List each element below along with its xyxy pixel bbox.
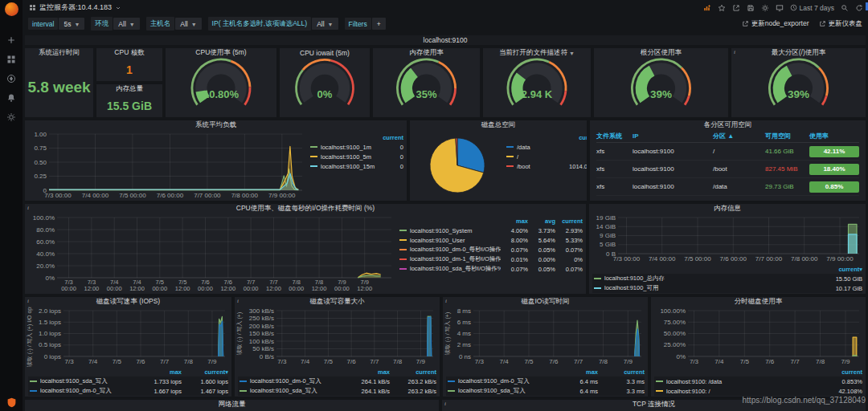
legend-item[interactable]: /boot1014.0 MiB — [505, 161, 587, 171]
panel-disk-iotime: i磁盘IO读写时间0 ns2 ms4 ms6 ms8 ms7/37/47/57/… — [443, 297, 648, 397]
search-zoom-icon[interactable] — [841, 4, 849, 12]
legend-item[interactable]: localhost:9100_sda_写入264.1 kB/s263.2 kB/… — [238, 386, 436, 396]
create-plus-icon[interactable] — [6, 35, 17, 46]
panel-title[interactable]: TCP 连接情况 — [633, 400, 675, 409]
legend-item[interactable]: localhost:9100_sda_每秒I/O操作%0.07%0.05%0.0… — [398, 264, 583, 274]
variable-value[interactable]: 5s▼ — [59, 18, 84, 30]
table-header-cell[interactable]: 使用率 — [809, 132, 859, 140]
gauge: 2.94 K — [483, 58, 591, 117]
panel-title[interactable]: 磁盘总空间 — [481, 120, 516, 130]
save-icon[interactable] — [747, 4, 755, 12]
explore-compass-icon[interactable] — [6, 73, 17, 84]
variable-interval[interactable]: interval 5s▼ — [28, 18, 84, 30]
variable-value[interactable]: All▼ — [175, 18, 201, 30]
legend-value: 0% — [555, 256, 583, 263]
table-header-cell[interactable]: 分区 ▲ — [713, 132, 765, 140]
chevron-down-icon[interactable] — [115, 5, 121, 11]
legend-item[interactable]: localhost:9100_dm-0_每秒I/O操作%0.07%0.05%0.… — [398, 245, 583, 254]
table-header-cell[interactable]: 文件系统 — [596, 132, 633, 140]
legend-item[interactable]: localhost:9100_可用10.17 GiB — [592, 283, 862, 293]
panel-title[interactable]: CPU使用率 (5m) — [195, 48, 246, 58]
legend-item[interactable]: localhost:9100_1m0 — [309, 142, 403, 152]
star-icon[interactable] — [718, 4, 726, 12]
settings-gear-icon[interactable] — [761, 4, 769, 12]
panel-title[interactable]: CPU使用率、磁盘每秒的I/O操作耗费时间 (%) — [236, 204, 375, 214]
svg-text:0.5 iops: 0.5 iops — [39, 341, 61, 348]
link-update-dashboard[interactable]: 更新仪表盘 — [819, 19, 863, 29]
panel-partitions-table: 各分区可用空间文件系统IP分区 ▲可用空间使用率xfslocalhost:910… — [590, 120, 866, 201]
legend-item[interactable]: localhost:9100: /data0.853% — [654, 376, 862, 386]
share-icon[interactable] — [732, 4, 740, 12]
legend-series-label: localhost:9100_15m — [321, 163, 378, 170]
panel-title[interactable]: 当前打开的文件描述符 — [499, 48, 567, 58]
panel-title[interactable]: 内存总量 — [116, 84, 143, 94]
panel-title[interactable]: 根分区使用率 — [641, 48, 682, 58]
legend-item[interactable]: localhost:9100_dm-0_写入1.667 iops1.467 io… — [28, 386, 228, 396]
variable-ip[interactable]: IP( 主机名多选时,该项请选ALL) All▼ — [208, 17, 338, 31]
alerting-bell-icon[interactable] — [6, 92, 17, 104]
help-shield-icon[interactable] — [6, 397, 17, 408]
legend-item[interactable]: localhost:9100: /42.108% — [654, 386, 862, 396]
svg-text:7/6 00:00: 7/6 00:00 — [720, 255, 747, 262]
panel-title[interactable]: CPU iowait (5m) — [300, 49, 350, 57]
panel-title[interactable]: 内存使用率 — [409, 48, 444, 58]
refresh-icon[interactable] — [855, 4, 863, 12]
add-filter-icon[interactable]: + — [372, 18, 386, 30]
time-series-graph[interactable]: 0 ns2 ms4 ms6 ms8 ms7/37/47/57/67/77/87/… — [443, 307, 648, 367]
time-series-graph[interactable]: 0 B5 GiB9 GiB14 GiB19 GiB7/3 00:007/4 00… — [589, 214, 866, 264]
panel-title[interactable]: 分时磁盘使用率 — [735, 297, 783, 307]
panel-title[interactable]: 最大分区(/)使用率 — [772, 48, 826, 58]
panel-menu-caret-icon[interactable]: ▼ — [569, 51, 575, 56]
variable-hostname[interactable]: 主机名 All▼ — [146, 17, 202, 31]
legend-item[interactable]: localhost:9100_sda_写入6.4 ms3.3 ms — [446, 386, 645, 396]
legend-item[interactable]: /72.0 — [505, 152, 587, 161]
filters-control[interactable]: Filters + — [345, 18, 386, 30]
panel-title[interactable]: 各分区可用空间 — [704, 120, 752, 130]
legend-item[interactable]: localhost:9100_dm-0_写入6.4 ms3.3 ms — [446, 376, 645, 386]
legend-item[interactable]: /data30.0 — [505, 142, 587, 152]
grafana-logo-icon[interactable] — [5, 2, 18, 16]
legend-item[interactable]: localhost:9100_User8.00%5.64%5.33% — [398, 235, 583, 245]
legend-value: 0.853% — [811, 378, 862, 385]
legend-item[interactable]: localhost:9100_总内存15.50 GiB — [592, 274, 862, 283]
legend-value: 8.00% — [501, 237, 528, 244]
time-series-graph[interactable]: 0%25.00%50.00%75.00%100.00%7/37/47/57/67… — [651, 307, 866, 367]
panel-title[interactable]: 磁盘读写速率 (IOPS) — [96, 297, 160, 307]
panel-title[interactable]: 系统运行时间 — [39, 48, 80, 58]
panel-title[interactable]: 网络流量 — [219, 400, 246, 409]
series-color-marker — [506, 146, 514, 148]
dashboards-icon[interactable] — [6, 54, 17, 65]
variable-env[interactable]: 环境 All▼ — [91, 17, 139, 31]
dashboard-title[interactable]: 监控服务器:10.4.4.183 — [39, 2, 112, 13]
svg-text:0%: 0% — [676, 353, 686, 360]
row-header[interactable]: localhost:9100 — [25, 35, 866, 45]
panel-root-usage-gauge: 根分区使用率39% — [594, 48, 728, 117]
time-series-graph[interactable]: 00.250.500.751.007/3 00:007/4 00:007/5 0… — [25, 130, 309, 201]
time-series-graph[interactable]: 0 B/s50 kB/s100 kB/s150 kB/s200 kB/s250 … — [235, 307, 440, 367]
panel-title[interactable]: 磁盘读写容量大小 — [310, 297, 365, 307]
link-update-node-exporter[interactable]: 更新node_exporter — [742, 19, 809, 29]
dashboard-links: 更新node_exporter 更新仪表盘 — [742, 19, 862, 29]
panel-title[interactable]: CPU 核数 — [114, 48, 144, 58]
time-range-picker[interactable]: Last 7 days — [790, 4, 834, 12]
legend-item[interactable]: localhost:9100_System4.00%3.73%2.93% — [398, 226, 583, 235]
add-panel-icon[interactable] — [703, 4, 711, 12]
gauge-value: 35% — [373, 88, 480, 100]
panel-title[interactable]: 磁盘IO读写时间 — [522, 297, 570, 307]
legend-item[interactable]: localhost:9100_dm-1_每秒I/O操作%0.01%0.00%0% — [398, 254, 583, 264]
legend-item[interactable]: localhost:9100_5m0 — [309, 152, 403, 161]
time-series-graph[interactable]: 0 iops0.5 iops1.0 iops1.5 iops2.0 iops7/… — [25, 307, 231, 367]
panel-title[interactable]: 系统平均负载 — [195, 120, 236, 130]
table-header-cell[interactable]: 可用空间 — [765, 132, 809, 140]
legend-item[interactable]: localhost:9100_15m0 — [309, 161, 403, 171]
legend-item[interactable]: localhost:9100_dm-0_写入264.1 kB/s263.2 kB… — [238, 376, 436, 386]
variable-value[interactable]: All▼ — [113, 18, 139, 30]
table-header-cell[interactable]: IP — [633, 132, 713, 140]
variable-value[interactable]: All▼ — [312, 18, 338, 30]
legend-value: 2.93% — [555, 227, 583, 234]
legend-item[interactable]: localhost:9100_sda_写入1.733 iops1.600 iop… — [28, 376, 228, 386]
time-series-graph[interactable]: 0%20.0%40.0%60.0%80.0%100.0%7/300:007/31… — [25, 214, 398, 294]
panel-title[interactable]: 内存信息 — [714, 204, 741, 214]
configuration-gear-icon[interactable] — [6, 112, 17, 123]
tv-view-icon[interactable] — [776, 4, 784, 12]
